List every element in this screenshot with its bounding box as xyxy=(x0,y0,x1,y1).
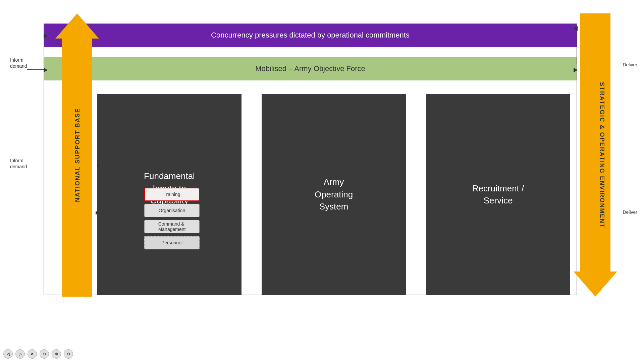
command-management-popup[interactable]: Command &Management xyxy=(144,220,200,233)
arrow-shaft-right xyxy=(580,13,610,273)
rs-box: Recruitment /Service xyxy=(426,94,570,295)
purple-left-arrow xyxy=(44,34,48,38)
line-top-left xyxy=(27,35,45,35)
toolbar-forward[interactable]: ▷ xyxy=(15,349,25,359)
v-connector-left xyxy=(27,35,27,68)
personnel-popup[interactable]: Personnel xyxy=(144,236,200,249)
rs-text: Recruitment /Service xyxy=(472,182,524,207)
purple-right-arrow xyxy=(574,26,578,31)
toolbar-back[interactable]: ◁ xyxy=(3,349,13,359)
v-line-right-top xyxy=(577,25,577,64)
training-popup[interactable]: Training xyxy=(144,188,200,201)
training-label: Training xyxy=(163,192,180,197)
popup-container: Training Organisation Command &Managemen… xyxy=(144,188,200,249)
command-management-label: Command &Management xyxy=(158,221,186,232)
toolbar-zoom-in[interactable]: ⊕ xyxy=(52,349,61,359)
deliver-bottom: Deliver xyxy=(623,209,637,215)
aos-text: ArmyOperatingSystem xyxy=(315,176,353,213)
bottom-left-arrow xyxy=(97,164,100,168)
arrow-shaft-left xyxy=(62,37,92,297)
inform-demand-mid: Inform demand xyxy=(10,158,27,170)
bottom-toolbar: ◁ ▷ ✕ ⊙ ⊕ ⊖ xyxy=(3,349,73,359)
aos-box: ArmyOperatingSystem xyxy=(262,94,406,295)
national-support-arrow xyxy=(62,13,92,297)
toolbar-info[interactable]: ⊙ xyxy=(40,349,49,359)
green-left-arrow xyxy=(44,68,48,72)
organisation-popup[interactable]: Organisation xyxy=(144,204,200,217)
inform-demand-top: Inform demand xyxy=(10,57,27,69)
personnel-label: Personnel xyxy=(161,240,182,245)
toolbar-close[interactable]: ✕ xyxy=(28,349,37,359)
deliver-top: Deliver xyxy=(623,62,637,67)
line-mid-left xyxy=(27,69,45,70)
arrow-head-down xyxy=(574,272,617,297)
horizontal-line xyxy=(44,213,577,213)
h-line-arrow xyxy=(96,211,99,215)
toolbar-zoom-out[interactable]: ⊖ xyxy=(64,349,73,359)
organisation-label: Organisation xyxy=(159,208,185,213)
green-deliver-arrow xyxy=(574,68,578,72)
main-container: Concurrency pressures dictated by operat… xyxy=(0,0,644,362)
strategic-env-arrow xyxy=(580,13,610,297)
